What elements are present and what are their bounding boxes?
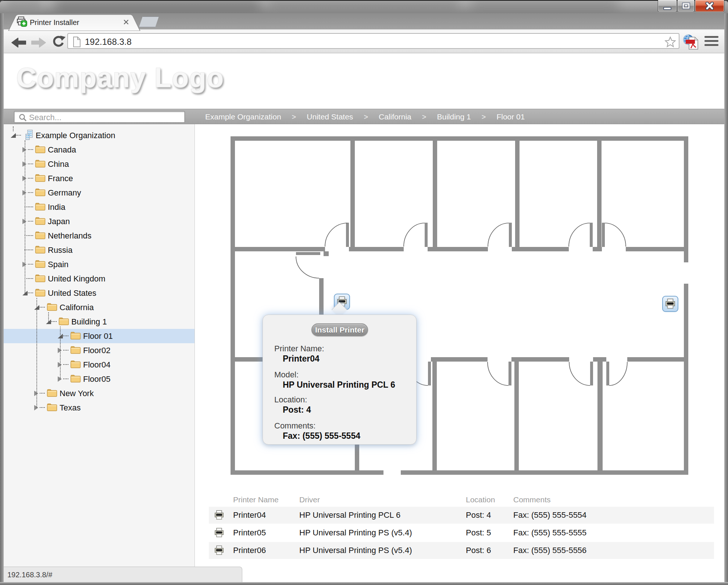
tree-node-label[interactable]: Floor 01 — [83, 331, 113, 341]
breadcrumb-item-building-1[interactable]: Building 1 — [437, 112, 471, 121]
pdf-extension-icon[interactable] — [683, 34, 700, 50]
tree-node-label[interactable]: China — [48, 159, 69, 169]
tree-node-example-organization[interactable]: Example Organization — [4, 128, 195, 143]
tree-node-label[interactable]: Japan — [48, 217, 70, 226]
tree-node-label[interactable]: Netherlands — [48, 231, 92, 241]
tree-node-china[interactable]: China — [4, 157, 195, 171]
menu-icon[interactable] — [704, 36, 718, 46]
tree-node-united-states[interactable]: United States — [4, 286, 195, 300]
tree-connector — [28, 149, 33, 150]
tree-connector — [40, 393, 45, 394]
tree-node-label[interactable]: Russia — [48, 245, 72, 255]
tree-node-spain[interactable]: Spain — [4, 257, 195, 272]
tab-strip: Printer Installer — [0, 13, 728, 31]
tree-node-floor04[interactable]: Floor04 — [4, 358, 195, 372]
tooltip-field-label: Model: — [274, 370, 395, 380]
tree-node-label[interactable]: United States — [48, 288, 96, 298]
maximize-icon — [682, 2, 690, 10]
tree-connector — [25, 250, 33, 250]
tree-node-floor05[interactable]: Floor05 — [4, 372, 195, 386]
minimize-button[interactable] — [658, 0, 677, 12]
tree-node-label[interactable]: Floor02 — [83, 346, 111, 355]
window-frame-right — [724, 13, 728, 585]
reload-icon[interactable] — [51, 36, 65, 50]
table-row-printer06[interactable]: Printer06HP Universal Printing PS (v5.4)… — [209, 542, 714, 559]
table-cell: Fax: (555) 555-5556 — [513, 546, 586, 555]
folder-icon — [35, 231, 46, 241]
tree-node-canada[interactable]: Canada — [4, 143, 195, 157]
table-header-printer-name: Printer Name — [233, 495, 279, 504]
tree-node-label[interactable]: New York — [60, 389, 94, 398]
tree-node-japan[interactable]: Japan — [4, 214, 195, 229]
folder-icon — [35, 159, 46, 169]
tree-node-label[interactable]: Canada — [48, 145, 76, 155]
window-frame-left — [0, 13, 4, 585]
tree-node-netherlands[interactable]: Netherlands — [4, 229, 195, 243]
company-logo: Company Logo — [16, 61, 224, 93]
tooltip-field-label: Location: — [274, 395, 311, 405]
printer-icon — [214, 545, 224, 557]
map-printer-right[interactable] — [662, 296, 678, 312]
tooltip-field-value: Fax: (555) 555-5554 — [283, 431, 360, 441]
tree-connector — [25, 278, 33, 279]
new-tab-button[interactable] — [139, 17, 159, 27]
forward-icon[interactable] — [31, 37, 46, 49]
table-row-printer04[interactable]: Printer04HP Universal Printing PCL 6Post… — [209, 507, 714, 524]
table-cell: Post: 6 — [466, 546, 491, 555]
tree-node-germany[interactable]: Germany — [4, 186, 195, 200]
breadcrumb-item-united-states[interactable]: United States — [307, 112, 353, 121]
tree-connector — [28, 178, 33, 179]
tree-connector — [25, 140, 25, 293]
tree-connector — [60, 327, 61, 379]
url-text[interactable]: 192.168.3.8 — [85, 37, 132, 47]
tree-node-new-york[interactable]: New York — [4, 386, 195, 401]
breadcrumb-item-example-organization[interactable]: Example Organization — [205, 112, 281, 121]
browser-window: Printer Installer 192.168.3.8 — [0, 0, 728, 585]
tooltip-field: Comments:Fax: (555) 555-5554 — [274, 421, 360, 441]
tree-node-texas[interactable]: Texas — [4, 401, 195, 415]
tree-node-label[interactable]: Building 1 — [71, 317, 107, 327]
table-row-printer05[interactable]: Printer05HP Universal Printing PS (v5.4)… — [209, 524, 714, 541]
table-cell: Fax: (555) 555-5554 — [513, 510, 586, 520]
back-icon[interactable] — [11, 37, 26, 49]
address-bar[interactable]: 192.168.3.8 — [67, 33, 679, 49]
search-box[interactable]: Search... — [14, 111, 185, 123]
tree-node-label[interactable]: Example Organization — [36, 131, 115, 140]
folder-icon — [70, 331, 81, 341]
tree-node-label[interactable]: Floor04 — [83, 360, 111, 370]
close-button[interactable] — [695, 0, 724, 12]
tree-node-russia[interactable]: Russia — [4, 243, 195, 257]
bookmark-star-icon[interactable] — [664, 36, 676, 48]
tree-node-france[interactable]: France — [4, 171, 195, 186]
breadcrumb-item-floor-01[interactable]: Floor 01 — [496, 112, 525, 121]
organization-icon — [25, 129, 35, 142]
tree-node-california[interactable]: California — [4, 300, 195, 315]
tree-node-label[interactable]: India — [48, 202, 65, 212]
tree-node-label[interactable]: Floor05 — [83, 374, 111, 384]
tree-node-label[interactable]: Spain — [48, 260, 68, 269]
tree-node-label[interactable]: Texas — [60, 403, 81, 413]
tree-node-floor02[interactable]: Floor02 — [4, 343, 195, 358]
breadcrumb-item-california[interactable]: California — [379, 112, 411, 121]
tree-node-label[interactable]: California — [60, 303, 94, 312]
tree-expander-open[interactable] — [11, 133, 16, 138]
tree-connector — [13, 126, 14, 131]
table-cell: Printer04 — [233, 510, 266, 520]
tree-node-floor-01[interactable]: Floor 01 — [4, 329, 195, 343]
tooltip-field-value: Post: 4 — [283, 405, 311, 415]
printer-icon — [665, 298, 676, 309]
tree-node-united-kingdom[interactable]: United Kingdom — [4, 272, 195, 286]
tooltip-field-label: Comments: — [274, 421, 360, 431]
tab-close-icon[interactable] — [123, 19, 129, 25]
tree-node-label[interactable]: Germany — [48, 188, 81, 198]
tree-node-india[interactable]: India — [4, 200, 195, 214]
maximize-button[interactable] — [677, 0, 695, 12]
tree-node-label[interactable]: United Kingdom — [48, 274, 106, 284]
install-printer-button[interactable]: Install Printer — [311, 323, 368, 336]
tab-printer-installer[interactable]: Printer Installer — [8, 14, 140, 31]
navigation-toolbar: 192.168.3.8 — [0, 31, 728, 53]
tree-node-label[interactable]: France — [48, 174, 73, 183]
tree-connector — [16, 135, 21, 136]
tree-node-building-1[interactable]: Building 1 — [4, 315, 195, 329]
title-bar — [0, 0, 728, 13]
